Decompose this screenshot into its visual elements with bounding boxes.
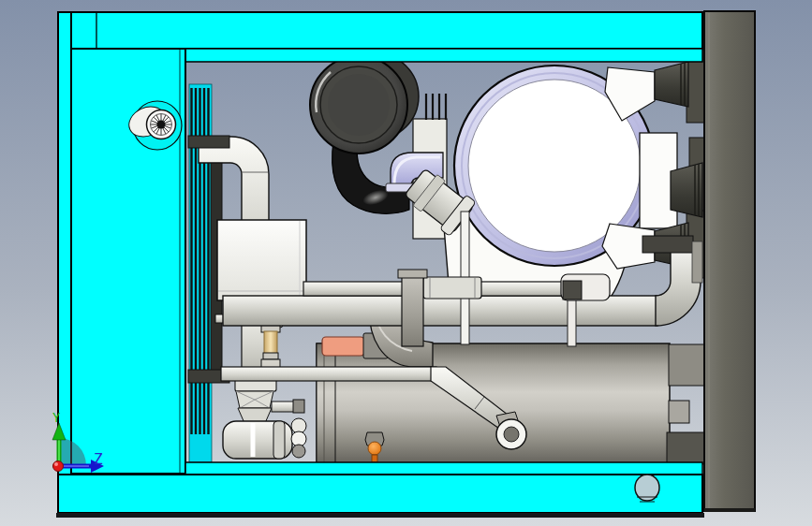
elbow-down-stub bbox=[568, 298, 576, 346]
panel-bottom-edge bbox=[704, 508, 755, 512]
rear-panel[interactable] bbox=[704, 11, 755, 512]
mount-mid bbox=[671, 163, 702, 217]
stub-fitting bbox=[293, 400, 304, 413]
top-cover-panel[interactable] bbox=[71, 12, 702, 49]
pipe-connector-side bbox=[692, 241, 702, 283]
salmon-fitting[interactable] bbox=[322, 337, 364, 356]
lower-pipe bbox=[221, 367, 436, 381]
stand-flange bbox=[398, 270, 427, 278]
fitting-ball-3 bbox=[292, 445, 305, 458]
elbow-dark-band bbox=[563, 281, 582, 300]
sight-glass-tube bbox=[264, 331, 277, 354]
valve-side-stub bbox=[272, 402, 296, 412]
mount-block-lower bbox=[667, 432, 704, 464]
ring-bore bbox=[504, 427, 519, 442]
pipe-stand bbox=[402, 271, 423, 346]
z-axis-label: Z bbox=[94, 450, 103, 468]
base-lift-hole bbox=[635, 475, 659, 502]
fan-hub bbox=[157, 121, 166, 129]
y-axis-label: Y bbox=[52, 410, 61, 425]
origin-highlight bbox=[54, 462, 58, 466]
base-front-strip[interactable] bbox=[185, 462, 702, 475]
sight-taper bbox=[263, 353, 278, 359]
base-shadow-edge bbox=[56, 513, 704, 518]
reservoir-box[interactable] bbox=[217, 220, 306, 300]
filter-cap-inner bbox=[328, 74, 390, 136]
mount-top bbox=[655, 62, 688, 107]
pipe-connector bbox=[642, 236, 693, 253]
cad-viewport: Y Z bbox=[0, 0, 812, 526]
top-rail-strip[interactable] bbox=[185, 49, 702, 62]
mount-block-small bbox=[669, 401, 689, 423]
pipe-coupling bbox=[423, 277, 481, 299]
base-frame[interactable] bbox=[58, 475, 702, 513]
cooler-bracket-top bbox=[188, 136, 229, 148]
tank-end-cap bbox=[317, 343, 335, 465]
origin-dot bbox=[53, 461, 64, 472]
mount-block-upper bbox=[669, 344, 704, 386]
